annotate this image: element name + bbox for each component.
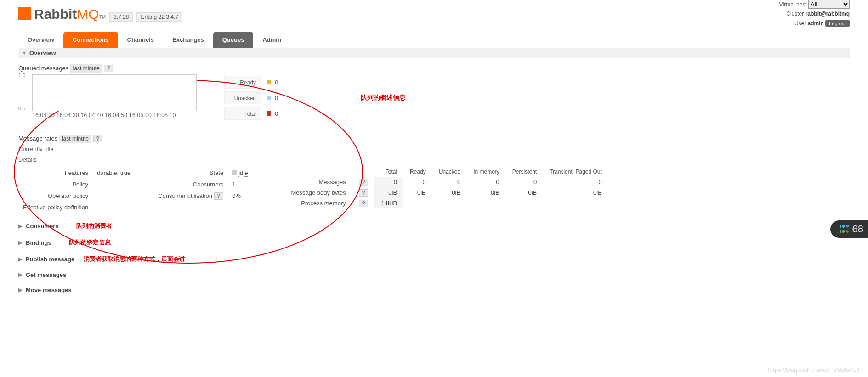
annotation-bindings: 队列的绑定信息 (69, 238, 111, 247)
row-messages-help-icon[interactable]: ? (359, 179, 369, 186)
header-right: Virtual host All Cluster rabbit@rabbitmq… (779, 0, 850, 28)
expander-move-label: Move messages (26, 287, 72, 293)
row-mbb-label: Message body bytes (284, 187, 352, 198)
col-unacked: Unacked (432, 167, 467, 177)
chevron-down-icon: ▼ (22, 51, 27, 56)
vhost-label: Virtual host (779, 1, 807, 8)
consumers-label: Consumers (154, 179, 227, 190)
legend-total-swatch (267, 111, 271, 116)
user-label: User (794, 20, 806, 27)
expander-bindings-label: Bindings (26, 239, 51, 246)
tab-connections[interactable]: Connections (63, 32, 118, 48)
annotation-overview: 队列的概述信息 (361, 94, 406, 102)
chart-x-ticks: 16:04:20 16:04:30 16:04:40 16:04:50 16:0… (32, 112, 197, 118)
legend-ready-value: 0 (275, 79, 278, 86)
expander-consumers[interactable]: ▶ Consumers 队列的消费者 (18, 222, 850, 230)
tab-queues[interactable]: Queues (213, 32, 254, 48)
rates-label: Message rates (18, 135, 57, 142)
mbb-total: 0iB (374, 187, 403, 198)
legend-unacked-label: Unacked (224, 91, 261, 104)
row-pmem-label: Process memory (284, 198, 352, 208)
rates-idle: Currently idle (18, 146, 850, 152)
main-tabs: Overview Connections Channels Exchanges … (18, 32, 850, 48)
queued-legend: Ready 0 Unacked 0 Total 0 (224, 74, 278, 121)
logo-text: Rabbit (34, 6, 77, 22)
rates-help-icon[interactable]: ? (93, 135, 103, 142)
rabbitmq-icon (18, 7, 31, 20)
policy-label: Policy (19, 179, 92, 190)
chevron-right-icon: ▶ (18, 240, 22, 246)
chart-y-bottom: 0.0 (18, 106, 25, 111)
queued-period[interactable]: last minute (70, 64, 102, 73)
messages-inmem: 0 (467, 177, 506, 187)
legend-unacked-swatch (267, 96, 271, 100)
mbb-persist: 0iB (506, 187, 543, 198)
net-down: 0K/s (840, 229, 850, 234)
tab-admin[interactable]: Admin (253, 32, 290, 48)
tab-channels[interactable]: Channels (118, 32, 164, 48)
state-swatch-icon (232, 170, 237, 175)
mbb-ready: 0iB (403, 187, 432, 198)
cutil-help-icon[interactable]: ? (214, 192, 224, 200)
effective-policy-label: Effective policy definition (19, 202, 92, 213)
section-overview-header[interactable]: ▼ Overview (18, 48, 850, 58)
logout-button[interactable]: Log out (825, 20, 850, 27)
net-up: 0K/s (840, 224, 850, 229)
details-title: Details (18, 156, 850, 163)
queued-chart: 1.0 0.0 16:04:20 16:04:30 16:04:40 16:04… (18, 74, 197, 118)
legend-unacked-value: 0 (275, 95, 278, 101)
legend-total-value: 0 (275, 110, 278, 117)
mbb-inmem: 0iB (467, 187, 506, 198)
cluster-label: Cluster (786, 11, 804, 17)
net-big: 68 (852, 223, 863, 235)
annotation-consumers: 队列的消费者 (76, 222, 112, 230)
row-messages-label: Messages (284, 177, 352, 187)
expander-publish-label: Publish message (26, 256, 74, 263)
features-label: Features (19, 168, 92, 178)
row-mbb-help-icon[interactable]: ? (359, 189, 369, 197)
col-ready: Ready (403, 167, 432, 177)
messages-persist: 0 (506, 177, 543, 187)
vhost-select[interactable]: All (808, 0, 850, 9)
legend-ready-swatch (267, 80, 271, 84)
annotation-pubget: 消费者获取消息的两种方式，后面会讲 (84, 255, 185, 263)
messages-trans: 0 (543, 177, 608, 187)
messages-unacked: 0 (432, 177, 467, 187)
tab-exchanges[interactable]: Exchanges (163, 32, 213, 48)
cluster-value: rabbit@rabbitmq (806, 11, 850, 17)
features-value: durable: true (93, 168, 134, 178)
queued-messages-label: Queued messages (18, 65, 68, 72)
chart-area (32, 74, 197, 111)
expander-move[interactable]: ▶ Move messages (18, 287, 850, 293)
rates-period[interactable]: last minute (59, 135, 91, 143)
col-inmemory: In memory (467, 167, 506, 177)
expander-consumers-label: Consumers (26, 223, 59, 230)
expander-get[interactable]: ▶ Get messages (18, 271, 850, 278)
chevron-right-icon: ▶ (18, 256, 22, 262)
col-total: Total (374, 167, 403, 177)
state-value: idle (238, 169, 248, 177)
details-table-mid: State idle Consumers 1 Consumer utilisat… (153, 167, 252, 202)
messages-total: 0 (374, 177, 403, 187)
network-widget: ↑ 0K/s ↓ 0K/s 68 (830, 220, 868, 238)
legend-total-label: Total (224, 107, 261, 120)
tab-overview[interactable]: Overview (18, 32, 63, 48)
state-label: State (154, 168, 227, 178)
messages-ready: 0 (403, 177, 432, 187)
mbb-unacked: 0iB (432, 187, 467, 198)
cutil-value: 0% (228, 191, 251, 201)
row-pmem-help-icon[interactable]: ? (359, 200, 369, 207)
mbb-trans: 0iB (543, 187, 608, 198)
expander-get-label: Get messages (26, 271, 66, 278)
chart-y-top: 1.0 (18, 73, 25, 78)
logo-tm: TM (99, 15, 106, 20)
queued-help-icon[interactable]: ? (104, 65, 113, 72)
section-overview-title: Overview (29, 50, 56, 56)
details-table-left: Features durable: true Policy Operator p… (18, 167, 135, 214)
legend-ready-label: Ready (224, 76, 261, 89)
expander-bindings[interactable]: ▶ Bindings 队列的绑定信息 (18, 238, 850, 247)
logo-mq: MQ (77, 6, 99, 22)
user-value: admin (808, 20, 824, 27)
stats-table: Total Ready Unacked In memory Persistent… (284, 167, 608, 208)
expander-publish[interactable]: ▶ Publish message 消费者获取消息的两种方式，后面会讲 (18, 255, 850, 263)
